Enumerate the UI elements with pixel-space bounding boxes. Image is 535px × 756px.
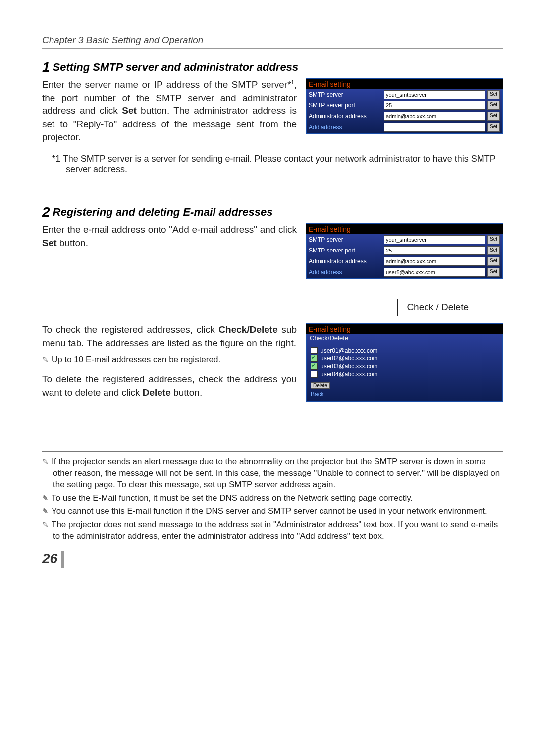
section-1-body: Enter the server name or IP address of t… bbox=[42, 78, 297, 144]
row-admin-address: Administrator address admin@abc.xxx.com … bbox=[307, 256, 502, 267]
set-button[interactable]: Set bbox=[487, 101, 500, 110]
email-setting-panel-1: E-mail setting SMTP server your_smtpserv… bbox=[306, 78, 503, 134]
page-number-bar-icon bbox=[61, 551, 64, 568]
email-check-delete-panel: E-mail setting Check/Delete user01@abc.x… bbox=[306, 323, 503, 402]
set-button[interactable]: Set bbox=[487, 235, 500, 244]
back-link[interactable]: Back bbox=[311, 391, 324, 398]
foot-note: To use the E-Mail function, it must be s… bbox=[42, 493, 503, 504]
section-1-number: 1 bbox=[42, 59, 50, 75]
check-item: user03@abc.xxx.com bbox=[311, 362, 498, 370]
row-smtp-server: SMTP server your_smtpserver Set bbox=[307, 234, 502, 245]
label-smtp-port: SMTP server port bbox=[309, 247, 382, 254]
input-smtp-port[interactable]: 25 bbox=[384, 246, 485, 255]
delete-button[interactable]: Delete bbox=[311, 382, 330, 389]
input-admin-address[interactable]: admin@abc.xxx.com bbox=[384, 112, 485, 121]
label-add-address: Add address bbox=[309, 269, 382, 276]
label-smtp-server: SMTP server bbox=[309, 91, 382, 98]
row-smtp-server: SMTP server your_smtpserver Set bbox=[307, 89, 502, 100]
checkbox-icon[interactable] bbox=[311, 347, 318, 354]
checkbox-icon[interactable] bbox=[311, 371, 318, 378]
set-button[interactable]: Set bbox=[487, 112, 500, 121]
input-smtp-server[interactable]: your_smtpserver bbox=[384, 90, 485, 99]
panel-1-title: E-mail setting bbox=[306, 78, 503, 89]
email-entry: user04@abc.xxx.com bbox=[321, 371, 378, 378]
check-item: user02@abc.xxx.com bbox=[311, 354, 498, 362]
email-setting-panel-2: E-mail setting SMTP server your_smtpserv… bbox=[306, 223, 503, 279]
section-2-number: 2 bbox=[42, 204, 50, 220]
row-add-address: Add address Set bbox=[307, 122, 502, 133]
set-button[interactable]: Set bbox=[487, 246, 500, 255]
input-smtp-port[interactable]: 25 bbox=[384, 101, 485, 110]
label-smtp-server: SMTP server bbox=[309, 236, 382, 243]
row-admin-address: Administrator address admin@abc.xxx.com … bbox=[307, 111, 502, 122]
input-add-address[interactable]: user5@abc.xxx.com bbox=[384, 268, 485, 277]
section-2-body-3: To delete the registered addresses, chec… bbox=[42, 373, 297, 399]
section-1-footnote: *1 The SMTP server is a server for sendi… bbox=[52, 154, 503, 175]
input-admin-address[interactable]: admin@abc.xxx.com bbox=[384, 257, 485, 266]
label-admin-address: Administrator address bbox=[309, 258, 382, 265]
section-2-body-1: Enter the e-mail address onto "Add e-mai… bbox=[42, 223, 297, 250]
section-2-title: Registering and deleting E-mail addresse… bbox=[53, 206, 273, 219]
panel-2-title: E-mail setting bbox=[306, 223, 503, 234]
panel-3-subtitle: Check/Delete bbox=[307, 334, 502, 344]
checkbox-icon[interactable] bbox=[311, 363, 318, 370]
email-entry: user01@abc.xxx.com bbox=[321, 347, 378, 354]
page-number: 26 bbox=[42, 551, 503, 568]
footnote-divider: If the projector sends an alert message … bbox=[42, 451, 503, 542]
set-button[interactable]: Set bbox=[487, 90, 500, 99]
input-smtp-server[interactable]: your_smtpserver bbox=[384, 235, 485, 244]
section-2-body-2: To check the registered addresses, click… bbox=[42, 323, 297, 350]
row-smtp-port: SMTP server port 25 Set bbox=[307, 100, 502, 111]
label-add-address: Add address bbox=[309, 124, 382, 131]
section-1-title: Setting SMTP server and administrator ad… bbox=[53, 61, 299, 74]
label-smtp-port: SMTP server port bbox=[309, 102, 382, 109]
foot-note: If the projector sends an alert message … bbox=[42, 456, 503, 491]
row-add-address: Add address user5@abc.xxx.com Set bbox=[307, 267, 502, 278]
note-max-addresses: Up to 10 E-mail addresses can be registe… bbox=[42, 354, 297, 366]
foot-note: You cannot use this E-mail function if t… bbox=[42, 506, 503, 517]
row-smtp-port: SMTP server port 25 Set bbox=[307, 245, 502, 256]
set-button[interactable]: Set bbox=[487, 123, 500, 132]
email-entry: user02@abc.xxx.com bbox=[321, 355, 378, 362]
chapter-title: Chapter 3 Basic Setting and Operation bbox=[42, 35, 203, 46]
checkbox-icon[interactable] bbox=[311, 355, 318, 362]
input-add-address[interactable] bbox=[384, 123, 485, 132]
check-item: user01@abc.xxx.com bbox=[311, 347, 498, 354]
section-1-heading: 1 Setting SMTP server and administrator … bbox=[42, 59, 503, 75]
section-2-heading: 2 Registering and deleting E-mail addres… bbox=[42, 204, 503, 220]
set-button[interactable]: Set bbox=[487, 268, 500, 277]
panel-3-title: E-mail setting bbox=[306, 323, 503, 334]
set-button[interactable]: Set bbox=[487, 257, 500, 266]
check-item: user04@abc.xxx.com bbox=[311, 370, 498, 378]
check-delete-callout: Check / Delete bbox=[397, 299, 478, 316]
email-entry: user03@abc.xxx.com bbox=[321, 363, 378, 370]
label-admin-address: Administrator address bbox=[309, 113, 382, 120]
foot-note: The projector does not send message to t… bbox=[42, 519, 503, 542]
chapter-header: Chapter 3 Basic Setting and Operation bbox=[42, 35, 503, 49]
